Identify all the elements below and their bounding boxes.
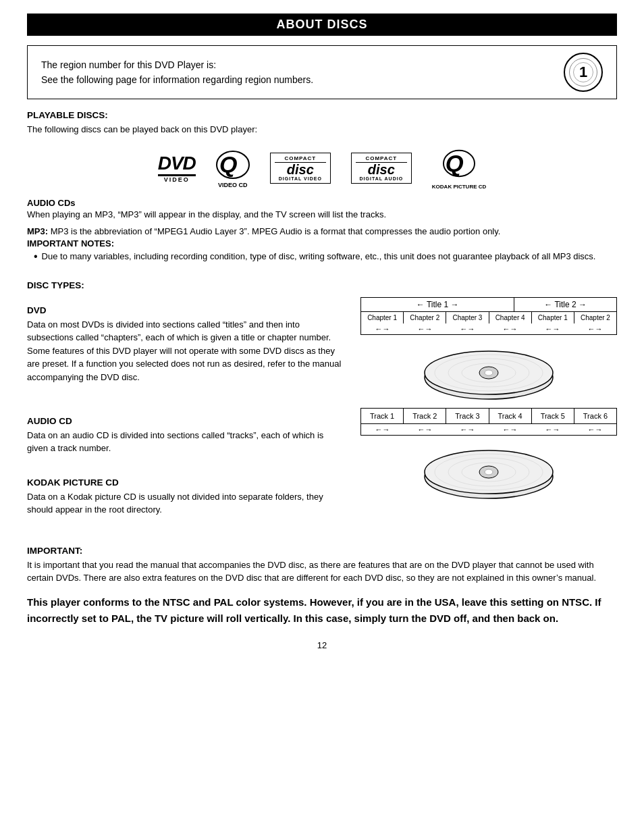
track-arr-1: ←→ — [361, 425, 404, 434]
dvd-arr-3: ←→ — [446, 325, 489, 333]
vcd-circle-wrap: Q — [216, 148, 250, 182]
important-bullet: • Due to many variables, including recor… — [34, 251, 617, 262]
region-text: The region number for this DVD Player is… — [41, 57, 313, 88]
audio-cds-heading: AUDIO CDs — [27, 198, 617, 208]
playable-discs-heading: PLAYABLE DISCS: — [27, 110, 617, 120]
cd-digital-video-logo: COMPACT disc DIGITAL VIDEO — [270, 153, 331, 184]
kodak-subheading: KODAK PICTURE CD — [27, 477, 347, 488]
vcd-icon: Q — [216, 148, 250, 182]
dvd-chapters-row: Chapter 1 Chapter 2 Chapter 3 Chapter 4 … — [361, 312, 616, 323]
disc-logos-row: DVD VIDEO Q VIDEO CD COMPACT disc DIGITA… — [27, 147, 617, 190]
track-arrow-row: ←→ ←→ ←→ ←→ ←→ ←→ — [361, 423, 616, 435]
dvd-sub-text: VIDEO — [164, 176, 190, 183]
dvd-left: DVD Data on most DVDs is divided into se… — [27, 297, 347, 401]
audio-cd-subheading: AUDIO CD — [27, 416, 347, 426]
disc-type-2: DIGITAL AUDIO — [360, 176, 404, 181]
audio-disc-svg — [421, 440, 556, 500]
track-6: Track 6 — [574, 409, 616, 423]
dvd-logo-text: DVD — [158, 154, 196, 176]
mp3-description: MP3 is the abbreviation of “MPEG1 Audio … — [51, 226, 501, 236]
region-badge: 1 — [564, 53, 603, 92]
svg-point-7 — [485, 370, 493, 375]
mp3-heading: MP3: — [27, 226, 48, 236]
audio-cds-description: When playing an MP3, “MP3” will appear i… — [27, 208, 617, 221]
chapter-3: Chapter 3 — [446, 312, 489, 323]
vcd-logo: Q VIDEO CD — [216, 148, 250, 188]
dvd-diagram: ← Title 1 → ← Title 2 → Chapter 1 Chapte… — [360, 297, 617, 335]
page-title: ABOUT DISCS — [27, 14, 617, 36]
region-number: 1 — [579, 63, 587, 81]
disc-big-2: disc — [368, 163, 395, 176]
kodak-logo: Q KODAK PICTURE CD — [432, 147, 486, 190]
important-description: It is important that you read the manual… — [27, 558, 617, 585]
track-2: Track 2 — [404, 409, 446, 423]
playable-discs-description: The following discs can be played back o… — [27, 123, 617, 136]
disc-types-heading: DISC TYPES: — [27, 280, 617, 290]
dvd-arr-5: ←→ — [531, 325, 574, 333]
dvd-arr-6: ←→ — [574, 325, 616, 333]
audio-disc-image — [360, 440, 617, 500]
chapter-5: Chapter 1 — [532, 312, 574, 323]
region-line1: The region number for this DVD Player is… — [41, 57, 313, 72]
dvd-arr-1: ←→ — [361, 325, 404, 333]
chapter-4: Chapter 4 — [489, 312, 532, 323]
important-notes-heading: IMPORTANT NOTES: — [27, 238, 617, 249]
disc-big-1: disc — [287, 163, 314, 176]
track-4: Track 4 — [489, 409, 532, 423]
track-row: Track 1 Track 2 Track 3 Track 4 Track 5 … — [361, 409, 616, 423]
dvd-arrow-row: ←→ ←→ ←→ ←→ ←→ ←→ — [361, 323, 616, 334]
cd-digital-audio-logo: COMPACT disc DIGITAL AUDIO — [351, 153, 412, 184]
region-box: The region number for this DVD Player is… — [27, 45, 617, 99]
kodak-label: KODAK PICTURE CD — [432, 184, 486, 190]
dvd-arr-4: ←→ — [489, 325, 531, 333]
dvd-disc-image — [360, 340, 617, 401]
bullet-dot: • — [34, 251, 38, 262]
audio-cd-right: Track 1 Track 2 Track 3 Track 4 Track 5 … — [360, 408, 617, 521]
audio-cd-left: AUDIO CD Data on an audio CD is divided … — [27, 408, 347, 521]
audio-cd-description: Data on an audio CD is divided into sect… — [27, 429, 347, 455]
bottom-note: This player conforms to the NTSC and PAL… — [27, 594, 617, 627]
track-5: Track 5 — [532, 409, 574, 423]
important-bullet-text: Due to many variables, including recordi… — [42, 251, 596, 261]
page-number: 12 — [27, 640, 617, 650]
dvd-right: ← Title 1 → ← Title 2 → Chapter 1 Chapte… — [360, 297, 617, 401]
kodak-q-icon: Q — [443, 147, 475, 184]
track-arr-5: ←→ — [531, 425, 574, 434]
track-arr-6: ←→ — [574, 425, 616, 434]
track-arr-3: ←→ — [446, 425, 489, 434]
track-arr-2: ←→ — [404, 425, 446, 434]
disc-type-1: DIGITAL VIDEO — [279, 176, 322, 181]
dvd-title1: ← Title 1 → — [361, 298, 514, 311]
svg-text:Q: Q — [219, 151, 237, 177]
important-heading: IMPORTANT: — [27, 546, 617, 556]
dvd-disc-svg — [421, 340, 556, 401]
svg-point-14 — [485, 469, 493, 475]
audio-cd-section: AUDIO CD Data on an audio CD is divided … — [27, 408, 617, 521]
chapter-2: Chapter 2 — [404, 312, 446, 323]
dvd-title2: ← Title 2 → — [514, 298, 616, 311]
chapter-6: Chapter 2 — [574, 312, 616, 323]
kodak-description: Data on a Kodak picture CD is usually no… — [27, 490, 347, 517]
dvd-section: DVD Data on most DVDs is divided into se… — [27, 297, 617, 401]
dvd-logo: DVD VIDEO — [158, 154, 196, 183]
dvd-description: Data on most DVDs is divided into sectio… — [27, 318, 347, 384]
track-3: Track 3 — [446, 409, 489, 423]
region-line2: See the following page for information r… — [41, 72, 313, 87]
dvd-title-row: ← Title 1 → ← Title 2 → — [361, 298, 616, 312]
track-1: Track 1 — [361, 409, 404, 423]
track-arr-4: ←→ — [489, 425, 531, 434]
chapter-1: Chapter 1 — [361, 312, 404, 323]
dvd-subheading: DVD — [27, 305, 347, 315]
vcd-label: VIDEO CD — [218, 182, 248, 188]
kodak-icon-svg: Q — [443, 147, 475, 180]
svg-text:Q: Q — [446, 150, 464, 176]
track-diagram: Track 1 Track 2 Track 3 Track 4 Track 5 … — [360, 408, 617, 436]
dvd-arr-2: ←→ — [404, 325, 446, 333]
